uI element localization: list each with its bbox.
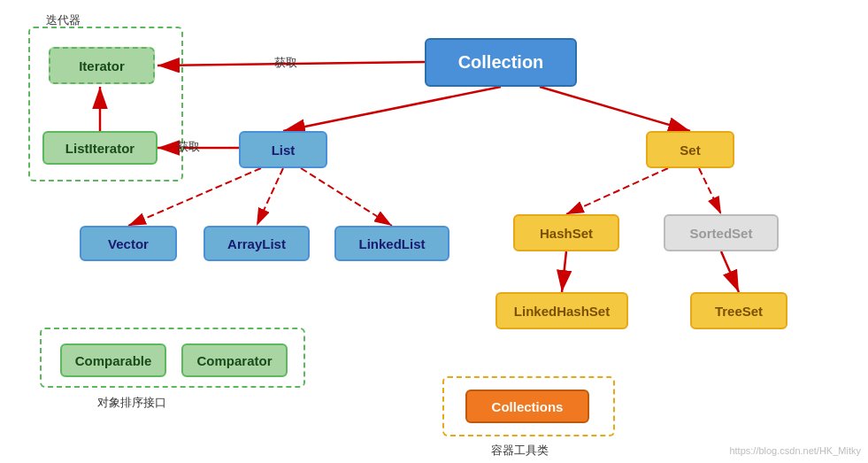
svg-line-12 [562, 251, 566, 292]
svg-line-10 [566, 168, 668, 214]
iterator-node: Iterator [49, 47, 155, 84]
get1-label: 获取 [274, 55, 297, 71]
linkedhashset-node: LinkedHashSet [495, 292, 628, 329]
sort-box-label: 对象排序接口 [97, 395, 166, 411]
vector-node: Vector [80, 226, 177, 261]
iterator-box-label: 迭代器 [46, 12, 81, 28]
comparable-node: Comparable [60, 343, 166, 377]
svg-line-11 [699, 168, 721, 214]
svg-line-13 [721, 251, 739, 292]
listiterator-node: ListIterator [42, 131, 157, 165]
svg-line-9 [301, 168, 392, 226]
watermark: https://blog.csdn.net/HK_Mitky [729, 445, 861, 456]
hashset-node: HashSet [513, 214, 619, 251]
collection-node: Collection [425, 38, 577, 87]
comparator-node: Comparator [181, 343, 288, 377]
get2-label: 获取 [177, 139, 200, 155]
svg-line-8 [257, 168, 283, 226]
svg-line-3 [283, 87, 501, 131]
treeset-node: TreeSet [690, 292, 787, 329]
list-node: List [239, 131, 327, 168]
sortedset-node: SortedSet [664, 214, 779, 251]
collections-node: Collections [465, 390, 589, 423]
arraylist-node: ArrayList [204, 226, 310, 261]
linkedlist-node: LinkedList [334, 226, 449, 261]
set-node: Set [646, 131, 734, 168]
container-box-label: 容器工具类 [491, 443, 549, 459]
diagram: 迭代器 对象排序接口 容器工具类 Collection Iterator 获取 … [0, 0, 868, 463]
svg-line-4 [540, 87, 690, 131]
